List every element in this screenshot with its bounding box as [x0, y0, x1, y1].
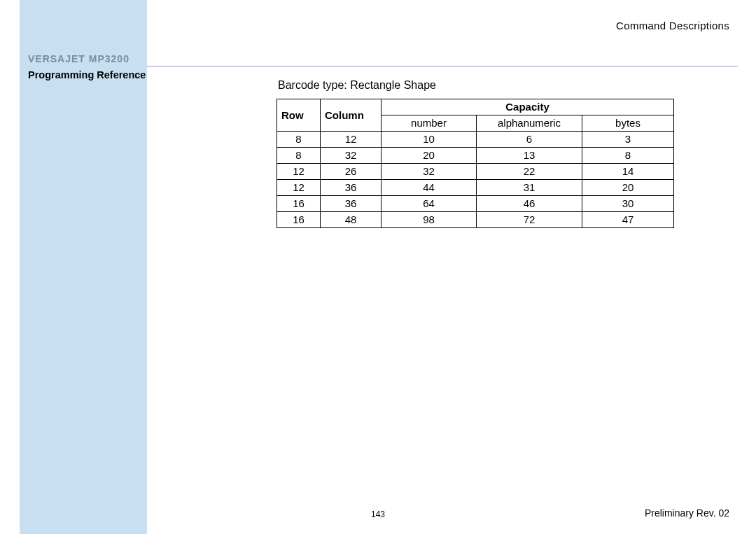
cell-num: 98 [382, 212, 477, 228]
capacity-table: Row Column Capacity number alphanumeric … [276, 99, 674, 228]
revision-label: Preliminary Rev. 02 [645, 507, 729, 519]
section-header: Command Descriptions [616, 20, 729, 31]
cell-bytes: 8 [582, 148, 674, 164]
cell-row: 8 [277, 148, 321, 164]
page: VERSAJET MP3200 Programming Reference Co… [0, 0, 756, 534]
table-row: 8 12 10 6 3 [277, 132, 674, 148]
cell-row: 16 [277, 212, 321, 228]
header-divider [147, 66, 738, 66]
cell-alpha: 6 [477, 132, 582, 148]
cell-alpha: 31 [477, 180, 582, 196]
main-content: Barcode type: Rectangle Shape Row Column… [276, 79, 674, 228]
table-row: 16 36 64 46 30 [277, 196, 674, 212]
table-row: 12 36 44 31 20 [277, 180, 674, 196]
cell-bytes: 20 [582, 180, 674, 196]
document-title: Programming Reference [28, 69, 146, 80]
col-header-column: Column [321, 99, 382, 132]
product-model: VERSAJET MP3200 [28, 53, 130, 64]
cell-bytes: 47 [582, 212, 674, 228]
cell-col: 12 [321, 132, 382, 148]
cell-num: 32 [382, 164, 477, 180]
cell-bytes: 14 [582, 164, 674, 180]
cell-alpha: 13 [477, 148, 582, 164]
cell-col: 36 [321, 180, 382, 196]
cell-row: 12 [277, 180, 321, 196]
cell-bytes: 3 [582, 132, 674, 148]
col-subheader-alphanumeric: alphanumeric [477, 115, 582, 132]
col-subheader-bytes: bytes [582, 115, 674, 132]
cell-alpha: 22 [477, 164, 582, 180]
cell-col: 48 [321, 212, 382, 228]
col-subheader-number: number [382, 115, 477, 132]
cell-row: 16 [277, 196, 321, 212]
cell-num: 10 [382, 132, 477, 148]
cell-alpha: 46 [477, 196, 582, 212]
table-caption: Barcode type: Rectangle Shape [278, 79, 674, 92]
cell-col: 36 [321, 196, 382, 212]
cell-row: 12 [277, 164, 321, 180]
cell-col: 32 [321, 148, 382, 164]
table-header-row-1: Row Column Capacity [277, 99, 674, 115]
table-row: 8 32 20 13 8 [277, 148, 674, 164]
cell-num: 20 [382, 148, 477, 164]
cell-row: 8 [277, 132, 321, 148]
page-number: 143 [0, 510, 756, 519]
cell-col: 26 [321, 164, 382, 180]
table-row: 12 26 32 22 14 [277, 164, 674, 180]
col-header-capacity: Capacity [382, 99, 674, 115]
cell-num: 44 [382, 180, 477, 196]
cell-num: 64 [382, 196, 477, 212]
table-row: 16 48 98 72 47 [277, 212, 674, 228]
cell-alpha: 72 [477, 212, 582, 228]
col-header-row: Row [277, 99, 321, 132]
cell-bytes: 30 [582, 196, 674, 212]
